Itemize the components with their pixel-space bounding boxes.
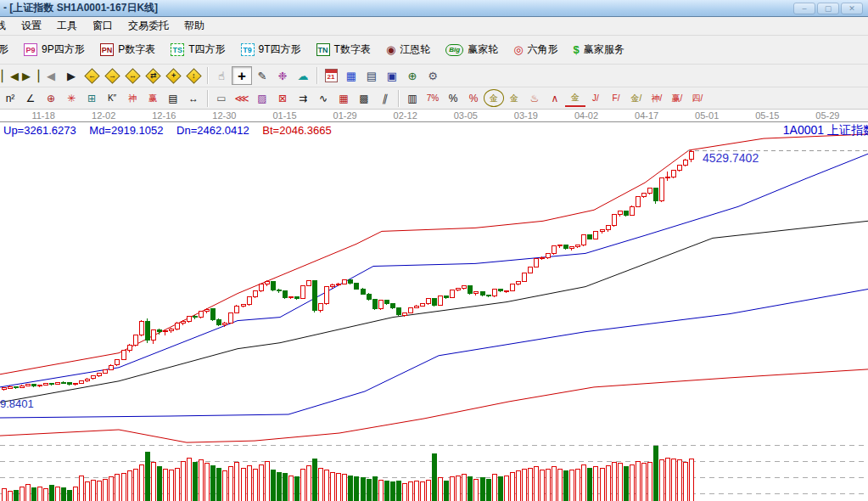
nav-hand-tool-icon[interactable]: ☝ <box>211 66 232 85</box>
volume-bar <box>587 468 591 501</box>
shape-tool-p-number-table[interactable]: PNP数字表 <box>92 39 164 60</box>
shape-tool-winner-service[interactable]: $赢家服务 <box>566 39 632 60</box>
shape-tool-gann-wheel[interactable]: ◉江恩轮 <box>378 39 438 60</box>
volume-bar <box>510 472 514 501</box>
draw-grid-target-icon[interactable]: ⊞ <box>81 89 102 107</box>
draw-parallels-icon[interactable]: ∥ <box>374 89 395 107</box>
candle-body <box>402 312 406 315</box>
draw-shen-tool-icon[interactable]: 神 <box>122 89 143 107</box>
maximize-button[interactable]: ▢ <box>817 3 839 14</box>
candle-body <box>587 234 591 239</box>
volume-bar <box>312 459 316 501</box>
candle-body <box>659 177 664 200</box>
nav-flower-tool-icon[interactable]: ❉ <box>272 66 293 85</box>
volume-bar <box>606 465 610 501</box>
draw-ruler-123-icon[interactable]: ▤ <box>163 89 183 107</box>
candle-body <box>336 284 340 284</box>
draw-gold-lines-icon[interactable]: 金 <box>504 89 524 107</box>
nav-go-first-icon[interactable]: ▏◀ <box>0 66 20 85</box>
draw-gann-square-n2-icon[interactable]: n² <box>0 89 20 107</box>
candle-body <box>271 281 275 290</box>
candle-body <box>294 297 299 299</box>
candle-body <box>204 309 209 311</box>
volume-bar <box>73 487 77 501</box>
menu-item-settings[interactable]: 设置 <box>14 17 49 36</box>
menu-item-window[interactable]: 窗口 <box>85 17 120 36</box>
nav-zoom-horizontal-icon[interactable]: ↔ <box>122 66 143 85</box>
draw-grid-diag-icon[interactable]: ▩ <box>354 89 374 107</box>
draw-fan-box-icon[interactable]: ▨ <box>252 89 272 107</box>
shape-tool-9p-square[interactable]: P99P四方形 <box>16 39 92 60</box>
nav-step-back-icon[interactable]: ◀ <box>41 66 61 85</box>
shape-tool-t-square[interactable]: TST四方形 <box>163 39 232 60</box>
shape-tool-t-number-table[interactable]: TNT数字表 <box>309 39 378 60</box>
nav-update-tool-icon[interactable]: ⚙ <box>423 66 443 85</box>
draw-gold-circle-icon[interactable]: 金 <box>484 89 504 107</box>
draw-gold-diag-icon[interactable]: 金/ <box>626 89 647 107</box>
draw-ying-tool-icon[interactable]: 赢 <box>143 89 163 107</box>
minimize-button[interactable]: – <box>793 3 815 14</box>
nav-go-last-icon[interactable]: ▶▕ <box>20 66 41 85</box>
nav-cloud-tool-icon[interactable]: ☁ <box>293 66 313 85</box>
draw-h-measure-icon[interactable]: ↔ <box>183 89 204 107</box>
draw-percent-lines-icon[interactable]: % <box>463 89 484 107</box>
nav-zoom-vertical-icon[interactable]: ↕ <box>183 66 204 85</box>
nav-pen-tool-icon[interactable]: ✎ <box>252 66 272 85</box>
draw-gold-underline-icon[interactable]: 金 <box>565 89 585 107</box>
close-button[interactable]: ✕ <box>841 3 863 14</box>
shape-tool-p-square-partial[interactable]: PSP四方形 <box>0 39 16 60</box>
draw-ying-diag-icon[interactable]: 赢/ <box>667 89 687 107</box>
menubar: 线设置工具窗口交易委托帮助 <box>0 17 868 36</box>
volume-bar <box>97 481 101 501</box>
candle-body <box>31 385 36 386</box>
nav-pan-right-icon[interactable]: → <box>102 66 122 85</box>
menu-item-trade-entrust[interactable]: 交易委托 <box>120 17 176 36</box>
shape-tool-9t-square[interactable]: T99T四方形 <box>233 39 309 60</box>
date-tick: 05-01 <box>695 110 719 121</box>
shape-tool-hexagon[interactable]: ◎六角形 <box>506 39 565 60</box>
draw-circle-cross-icon[interactable]: ⊕ <box>41 89 61 107</box>
nav-network-tool-icon[interactable]: ⊕ <box>402 66 423 85</box>
draw-percent-icon[interactable]: % <box>443 89 463 107</box>
candle-body <box>210 309 215 320</box>
draw-star-target-icon[interactable]: ✳ <box>61 89 81 107</box>
candle-body <box>55 383 59 385</box>
draw-grid-red-icon[interactable]: ▦ <box>333 89 354 107</box>
draw-fan-red-icon[interactable]: ⋘ <box>232 89 252 107</box>
draw-wave-a-icon[interactable]: ∧ <box>545 89 565 107</box>
draw-zigzag-icon[interactable]: ∿ <box>313 89 333 107</box>
draw-levels-icon[interactable]: ▥ <box>402 89 423 107</box>
draw-j-diag-icon[interactable]: J/ <box>585 89 606 107</box>
nav-zoom-all-icon[interactable]: + <box>163 66 183 85</box>
volume-bar <box>504 476 508 501</box>
draw-arrow-fan-icon[interactable]: ⇉ <box>293 89 313 107</box>
menu-item-tools[interactable]: 工具 <box>49 17 85 36</box>
toolbar-draw: n²∠⊕✳⊞K″神赢▤↔▭⋘▨⊠⇉∿▦▩∥▥7%%%金金♨∧金J/F/金/神/赢… <box>0 87 868 110</box>
nav-zoom-exchange-icon[interactable]: ⇄ <box>143 66 163 85</box>
draw-brush-flame-icon[interactable]: ♨ <box>524 89 545 107</box>
nav-notes-tool-icon[interactable]: ▤ <box>361 66 382 85</box>
nav-calculator-tool-icon[interactable]: ▦ <box>341 66 361 85</box>
menu-item-help[interactable]: 帮助 <box>176 17 212 36</box>
nav-save-tool-icon[interactable]: ▣ <box>382 66 402 85</box>
draw-k-vertical-icon[interactable]: K″ <box>102 89 122 107</box>
draw-f-diag-icon[interactable]: F/ <box>606 89 626 107</box>
draw-si-diag-icon[interactable]: 四/ <box>687 89 708 107</box>
menu-item-draw-line-partial[interactable]: 线 <box>0 17 14 36</box>
nav-pan-left-icon[interactable]: ← <box>81 66 102 85</box>
draw-shen-diag-icon[interactable]: 神/ <box>647 89 667 107</box>
nav-crosshair-tool-icon[interactable]: + <box>232 66 252 85</box>
candle-body <box>277 290 281 291</box>
nav-calendar-tool-icon[interactable]: 21 <box>321 66 341 85</box>
draw-rect-tool-icon[interactable]: ▭ <box>211 89 232 107</box>
volume-bar <box>25 485 30 501</box>
candle-body <box>330 284 334 287</box>
draw-angle-tool-icon[interactable]: ∠ <box>20 89 41 107</box>
draw-diag-box-icon[interactable]: ⊠ <box>272 89 293 107</box>
hexagon-icon: ◎ <box>513 43 523 56</box>
main-chart-svg[interactable] <box>0 122 868 501</box>
draw-percent-7-icon[interactable]: 7% <box>423 89 443 107</box>
volume-bar <box>372 476 377 501</box>
nav-step-forward-icon[interactable]: ▶ <box>61 66 81 85</box>
shape-tool-winner-wheel[interactable]: Big赢家轮 <box>438 39 506 60</box>
